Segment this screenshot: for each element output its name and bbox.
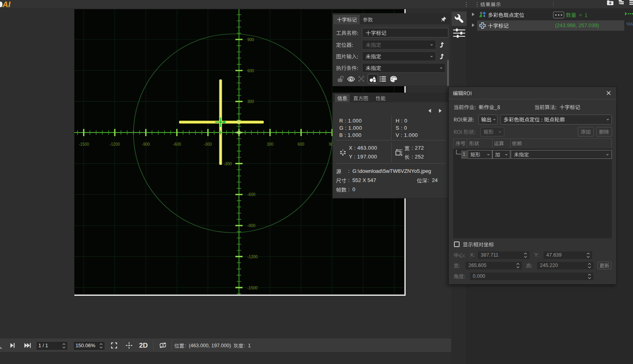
- svg-text:-900: -900: [247, 224, 255, 228]
- svg-text:-600: -600: [173, 142, 181, 146]
- svg-text:-600: -600: [247, 192, 255, 197]
- svg-text:-300: -300: [224, 162, 232, 166]
- svg-text:600: 600: [298, 142, 305, 146]
- svg-text:-300: -300: [204, 142, 212, 146]
- svg-text:900: 900: [247, 38, 254, 42]
- svg-text:300: 300: [267, 142, 274, 146]
- svg-text:-900: -900: [142, 142, 150, 146]
- svg-text:-1200: -1200: [109, 142, 120, 146]
- svg-text:300: 300: [247, 99, 254, 104]
- svg-text:-1500: -1500: [247, 286, 258, 290]
- svg-text:-1200: -1200: [247, 255, 258, 259]
- svg-text:-1500: -1500: [79, 142, 89, 146]
- svg-text:600: 600: [247, 69, 254, 73]
